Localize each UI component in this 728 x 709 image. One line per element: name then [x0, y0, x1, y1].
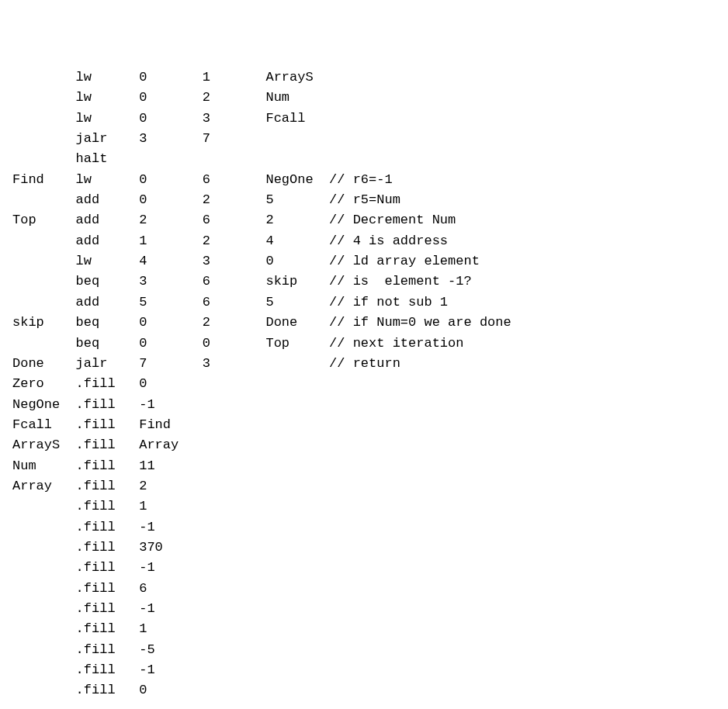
label-col: Done: [12, 354, 76, 374]
opcode-col: .fill: [76, 558, 140, 578]
comment-col: // return: [329, 354, 400, 374]
opcode-col: .fill: [76, 619, 140, 639]
code-line: lw430// ld array element: [12, 251, 716, 271]
code-line: .fill0: [12, 680, 716, 700]
arg3-col: ArrayS: [265, 67, 329, 88]
label-col: ArrayS: [12, 435, 76, 455]
code-line: Fcall.fillFind: [12, 415, 716, 435]
comment-col: // r6=-1: [329, 170, 393, 190]
opcode-col: .fill: [76, 496, 140, 517]
arg3-col: 5: [265, 292, 329, 313]
arg1-col: 6: [139, 579, 203, 599]
opcode-col: lw: [76, 67, 140, 88]
arg3-col: Done: [265, 313, 329, 333]
opcode-col: lw: [76, 109, 140, 129]
label-col: NegOne: [12, 395, 76, 415]
arg1-col: 0: [139, 109, 203, 129]
arg2-col: 3: [203, 109, 266, 129]
code-line: .fill1: [12, 496, 716, 517]
code-line: add124// 4 is address: [12, 231, 716, 251]
arg1-col: 0: [139, 88, 203, 108]
arg2-col: 6: [203, 271, 266, 292]
arg3-col: Num: [265, 88, 329, 108]
code-line: .fill6: [12, 579, 716, 599]
label-col: skip: [12, 313, 76, 333]
code-line: Topadd262// Decrement Num: [12, 210, 716, 230]
arg1-col: 3: [139, 129, 203, 149]
arg1-col: -1: [139, 395, 203, 415]
opcode-col: .fill: [76, 415, 140, 435]
opcode-col: lw: [76, 88, 140, 108]
arg1-col: Find: [139, 415, 203, 435]
arg1-col: 4: [139, 251, 203, 271]
arg2-col: 3: [203, 251, 266, 271]
comment-col: // ld array element: [329, 251, 480, 271]
arg2-col: 7: [203, 129, 266, 149]
arg2-col: 2: [203, 190, 266, 210]
code-line: .fill-1: [12, 599, 716, 619]
opcode-col: beq: [76, 334, 140, 354]
opcode-col: .fill: [76, 435, 140, 455]
opcode-col: lw: [76, 251, 140, 271]
arg2-col: 2: [203, 313, 266, 333]
arg3-col: NegOne: [265, 170, 329, 190]
code-line: .fill-1: [12, 517, 716, 538]
arg1-col: 3: [139, 271, 203, 292]
opcode-col: .fill: [76, 395, 140, 415]
opcode-col: .fill: [76, 517, 140, 538]
arg1-col: 1: [139, 231, 203, 251]
arg1-col: 11: [139, 456, 203, 476]
arg3-col: skip: [265, 271, 329, 292]
label-col: Num: [12, 456, 76, 476]
arg3-col: 0: [265, 251, 329, 271]
code-line: lw01ArrayS: [12, 67, 716, 88]
arg1-col: 1: [139, 619, 203, 639]
code-line: add565// if not sub 1: [12, 292, 716, 313]
opcode-col: add: [76, 231, 140, 251]
arg2-col: 6: [203, 292, 266, 313]
code-line: beq36skip// is element -1?: [12, 271, 716, 292]
arg3-col: 2: [265, 210, 329, 230]
label-col: Find: [12, 170, 76, 190]
opcode-col: lw: [76, 170, 140, 190]
arg2-col: 3: [203, 354, 266, 374]
arg3-col: 4: [265, 231, 329, 251]
arg2-col: 6: [203, 210, 266, 230]
arg1-col: 0: [139, 313, 203, 333]
arg1-col: 0: [139, 190, 203, 210]
code-line: Donejalr73// return: [12, 354, 716, 374]
arg3-col: 5: [265, 190, 329, 210]
comment-col: // Decrement Num: [329, 210, 456, 230]
arg1-col: 0: [139, 374, 203, 394]
code-line: Findlw06NegOne// r6=-1: [12, 170, 716, 190]
arg2-col: 2: [203, 88, 266, 108]
arg1-col: -5: [139, 640, 203, 660]
arg2-col: 2: [203, 231, 266, 251]
code-line: Num.fill11: [12, 456, 716, 476]
arg1-col: 370: [139, 538, 203, 558]
arg1-col: 0: [139, 680, 203, 700]
opcode-col: .fill: [76, 476, 140, 496]
arg1-col: -1: [139, 599, 203, 619]
opcode-col: .fill: [76, 538, 140, 558]
code-line: .fill-1: [12, 558, 716, 578]
arg1-col: 1: [139, 496, 203, 517]
arg3-col: Top: [265, 334, 329, 354]
arg1-col: 0: [139, 334, 203, 354]
comment-col: // if not sub 1: [329, 292, 448, 313]
code-line: lw02Num: [12, 88, 716, 108]
comment-col: // next iteration: [329, 334, 463, 354]
arg1-col: 5: [139, 292, 203, 313]
code-line: halt: [12, 149, 716, 169]
code-line: .fill1: [12, 619, 716, 639]
arg1-col: 0: [139, 170, 203, 190]
opcode-col: .fill: [76, 680, 140, 700]
opcode-col: .fill: [76, 599, 140, 619]
code-line: Zero.fill0: [12, 374, 716, 394]
arg1-col: -1: [139, 660, 203, 680]
arg1-col: -1: [139, 517, 203, 538]
arg1-col: 2: [139, 476, 203, 496]
comment-col: // is element -1?: [329, 271, 472, 292]
code-line: NegOne.fill-1: [12, 395, 716, 415]
label-col: Zero: [12, 374, 76, 394]
